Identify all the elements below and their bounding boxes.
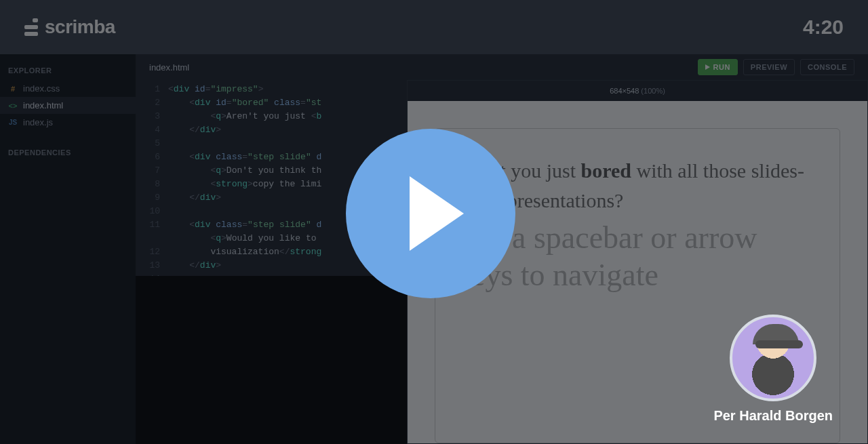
play-icon bbox=[410, 176, 464, 251]
author-name: Per Harald Borgen bbox=[713, 408, 833, 424]
author-badge: Per Harald Borgen bbox=[713, 315, 833, 424]
play-button[interactable] bbox=[346, 129, 515, 298]
avatar bbox=[730, 315, 816, 401]
